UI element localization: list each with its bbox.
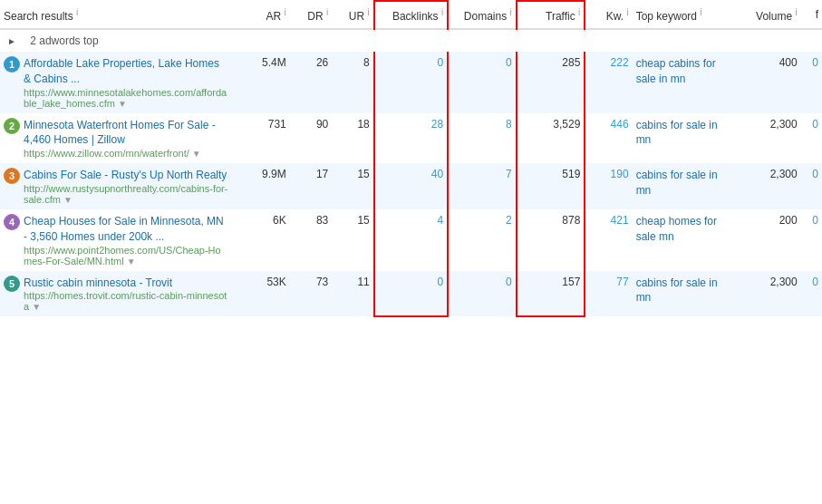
table-row: 3 Cabins For Sale - Rusty's Up North Rea… (0, 163, 822, 209)
traffic-value: 285 (517, 52, 585, 113)
ur-value: 15 (332, 209, 374, 271)
dropdown-arrow-icon[interactable]: ▼ (63, 195, 73, 205)
col-header-kw: Kw. i (585, 1, 632, 29)
table-row: 4 Cheap Houses for Sale in Minnesota, MN… (0, 209, 822, 271)
top-keyword-value: cabins for sale in mn (633, 113, 738, 164)
traffic-value: 519 (517, 163, 585, 209)
dr-value: 17 (290, 163, 333, 209)
ur-value: 8 (332, 52, 374, 113)
site-url[interactable]: https://www.minnesotalakehomes.com/affor… (24, 87, 228, 109)
top-keyword-value: cheap cabins for sale in mn (633, 52, 738, 113)
col-label-topkw: Top keyword (636, 10, 697, 23)
domains-value: 8 (448, 113, 517, 164)
site-url[interactable]: https://www.point2homes.com/US/Cheap-Hom… (24, 245, 228, 267)
f-value: 0 (801, 209, 822, 271)
col-label-volume: Volume (756, 10, 792, 23)
col-info-domains: i (510, 7, 512, 17)
col-label-ar: AR (266, 10, 282, 23)
dropdown-arrow-icon[interactable]: ▼ (32, 302, 41, 312)
col-header-ur: UR i (332, 1, 374, 29)
col-label-traffic: Traffic (546, 10, 575, 23)
col-label-backlinks: Backlinks (392, 10, 439, 23)
backlinks-value: 4 (374, 209, 448, 271)
ur-value: 18 (332, 113, 374, 164)
ar-value: 5.4M (232, 52, 290, 113)
kw-value: 77 (585, 271, 632, 317)
traffic-value: 878 (517, 209, 585, 271)
rank-badge: 3 (4, 168, 20, 184)
col-header-topkw: Top keyword i (633, 1, 738, 29)
volume-value: 2,300 (738, 163, 801, 209)
dr-value: 73 (290, 271, 333, 317)
table-row: 5 Rustic cabin minnesota - Trovit https:… (0, 271, 822, 317)
col-header-site: Search results i (0, 1, 232, 29)
serp-table: Search results i AR i DR i UR i Backlink… (0, 0, 822, 317)
col-info-backlinks: i (441, 7, 443, 17)
kw-value: 222 (585, 52, 632, 113)
ar-value: 731 (232, 113, 290, 164)
backlinks-value: 0 (374, 52, 448, 113)
col-info-ur: i (368, 7, 370, 17)
site-name[interactable]: Rustic cabin minnesota - Trovit (24, 276, 228, 291)
col-header-traffic: Traffic i (517, 1, 585, 29)
ur-value: 11 (332, 271, 374, 317)
col-info-traffic: i (578, 7, 580, 17)
col-label-site: Search results (4, 10, 73, 23)
rank-badge: 2 (4, 118, 20, 134)
site-cell: 5 Rustic cabin minnesota - Trovit https:… (0, 271, 232, 317)
col-label-ur: UR (349, 10, 364, 23)
table-row: 1 Affordable Lake Properties, Lake Homes… (0, 52, 822, 113)
site-url[interactable]: http://www.rustysupnorthrealty.com/cabin… (24, 183, 228, 205)
volume-value: 400 (738, 52, 801, 113)
f-value: 0 (801, 113, 822, 164)
backlinks-value: 28 (374, 113, 448, 164)
col-header-domains: Domains i (448, 1, 517, 29)
domains-value: 2 (448, 209, 517, 271)
site-name[interactable]: Cabins For Sale - Rusty's Up North Realt… (24, 168, 228, 183)
traffic-value: 3,529 (517, 113, 585, 164)
site-name[interactable]: Affordable Lake Properties, Lake Homes &… (24, 56, 228, 87)
results-table-container: Search results i AR i DR i UR i Backlink… (0, 0, 822, 317)
top-keyword-value: cheap homes for sale mn (633, 209, 738, 271)
col-info-topkw: i (700, 7, 701, 17)
domains-value: 7 (448, 163, 517, 209)
backlinks-value: 40 (374, 163, 448, 209)
f-value: 0 (801, 163, 822, 209)
volume-value: 200 (738, 209, 801, 271)
rank-badge: 5 (4, 276, 20, 292)
col-label-domains: Domains (464, 10, 507, 23)
site-name[interactable]: Cheap Houses for Sale in Minnesota, MN -… (24, 214, 228, 245)
backlinks-value: 0 (374, 271, 448, 317)
col-label-dr: DR (307, 10, 323, 23)
dropdown-arrow-icon[interactable]: ▼ (192, 149, 201, 159)
triangle-icon: ► (7, 36, 16, 46)
site-cell: 2 Minnesota Waterfront Homes For Sale - … (0, 113, 232, 164)
col-info-volume: i (795, 7, 797, 17)
col-header-ar: AR i (232, 1, 290, 29)
dropdown-arrow-icon[interactable]: ▼ (127, 257, 136, 267)
traffic-value: 157 (517, 271, 585, 317)
col-header-backlinks: Backlinks i (374, 1, 448, 29)
domains-value: 0 (448, 271, 517, 317)
site-name[interactable]: Minnesota Waterfront Homes For Sale - 4,… (24, 118, 228, 149)
adwords-label: 2 adwords top (23, 31, 105, 51)
dr-value: 90 (290, 113, 333, 164)
kw-value: 446 (585, 113, 632, 164)
dr-value: 26 (290, 52, 333, 113)
f-value: 0 (801, 271, 822, 317)
site-cell: 1 Affordable Lake Properties, Lake Homes… (0, 52, 232, 113)
volume-value: 2,300 (738, 113, 801, 164)
domains-value: 0 (448, 52, 517, 113)
col-header-dr: DR i (290, 1, 333, 29)
rank-badge: 1 (4, 56, 20, 73)
col-info-kw: i (626, 7, 628, 17)
volume-value: 2,300 (738, 271, 801, 317)
col-info-site: i (76, 7, 78, 17)
dropdown-arrow-icon[interactable]: ▼ (118, 99, 127, 109)
site-url[interactable]: https://homes.trovit.com/rustic-cabin-mi… (24, 290, 228, 312)
ar-value: 9.9M (232, 163, 290, 209)
site-url[interactable]: https://www.zillow.com/mn/waterfront/ ▼ (24, 148, 228, 159)
ur-value: 15 (332, 163, 374, 209)
col-header-f: f (801, 1, 822, 29)
col-info-ar: i (285, 7, 286, 17)
